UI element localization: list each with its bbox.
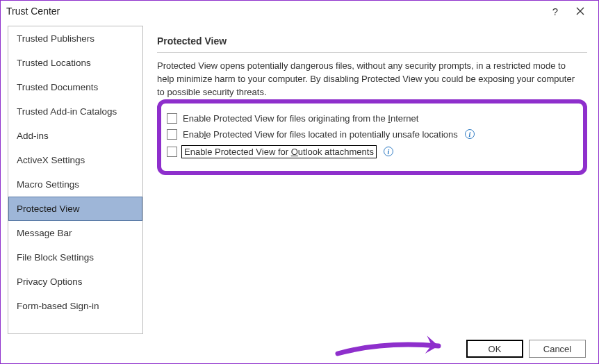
ok-button[interactable]: OK [466, 340, 523, 358]
sidebar-item-add-ins[interactable]: Add-ins [8, 124, 142, 148]
option-checkbox[interactable] [167, 129, 177, 140]
sidebar-item-protected-view[interactable]: Protected View [8, 197, 142, 221]
sidebar-item-privacy-options[interactable]: Privacy Options [8, 270, 142, 294]
footer: OK Cancel [1, 334, 598, 363]
sidebar-item-activex-settings[interactable]: ActiveX Settings [8, 148, 142, 172]
option-row: Enable Protected View for Outlook attach… [167, 142, 577, 161]
sidebar-item-trusted-add-in-catalogs[interactable]: Trusted Add-in Catalogs [8, 99, 142, 124]
description-text: Protected View opens potentially dangero… [157, 60, 587, 99]
sidebar-nav: Trusted PublishersTrusted LocationsTrust… [8, 26, 143, 334]
sidebar-item-message-bar[interactable]: Message Bar [8, 221, 142, 245]
main-heading: Protected View [157, 28, 587, 53]
option-checkbox[interactable] [167, 147, 177, 157]
sidebar-item-file-block-settings[interactable]: File Block Settings [8, 245, 142, 270]
titlebar: Trust Center ? [1, 1, 598, 22]
option-row: Enable Protected View for files located … [167, 126, 577, 142]
info-icon[interactable]: i [384, 147, 393, 156]
option-label[interactable]: Enable Protected View for Outlook attach… [181, 145, 377, 158]
main-panel: Protected View Protected View opens pote… [157, 26, 591, 334]
close-button[interactable] [568, 1, 593, 21]
sidebar-item-macro-settings[interactable]: Macro Settings [8, 172, 142, 197]
window-title: Trust Center [6, 6, 543, 17]
sidebar-item-trusted-locations[interactable]: Trusted Locations [8, 51, 142, 75]
option-label[interactable]: Enable Protected View for files located … [183, 129, 458, 140]
close-icon [576, 7, 584, 15]
options-group: Enable Protected View for files originat… [157, 99, 587, 175]
sidebar-item-form-based-sign-in[interactable]: Form-based Sign-in [8, 294, 142, 318]
sidebar-item-trusted-publishers[interactable]: Trusted Publishers [8, 26, 142, 51]
content-area: Trusted PublishersTrusted LocationsTrust… [1, 22, 598, 334]
option-label[interactable]: Enable Protected View for files originat… [183, 113, 418, 124]
option-row: Enable Protected View for files originat… [167, 110, 577, 126]
info-icon[interactable]: i [465, 129, 475, 139]
cancel-button[interactable]: Cancel [529, 340, 586, 358]
sidebar-item-trusted-documents[interactable]: Trusted Documents [8, 75, 142, 99]
help-button[interactable]: ? [543, 1, 568, 21]
option-checkbox[interactable] [167, 113, 177, 124]
